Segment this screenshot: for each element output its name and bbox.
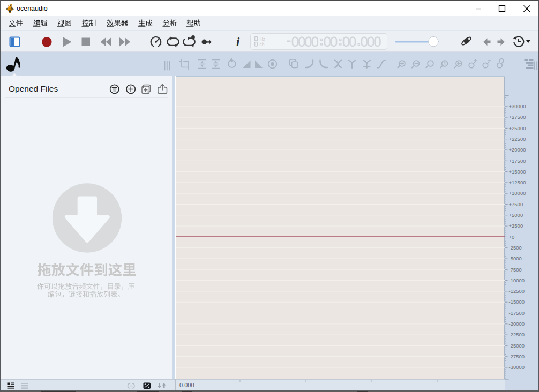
svg-text:+20000: +20000 (509, 147, 526, 153)
svg-text:Hz: Hz (260, 36, 265, 42)
svg-text:-22500: -22500 (509, 331, 525, 337)
svg-text:-2500: -2500 (509, 245, 522, 251)
svg-text:-17500: -17500 (509, 310, 525, 316)
svg-text:-10000: -10000 (509, 277, 525, 283)
svg-text:i: i (236, 35, 240, 49)
svg-text:+2500: +2500 (509, 223, 523, 229)
svg-text:-30000: -30000 (509, 364, 525, 370)
svg-text:ch: ch (260, 42, 265, 47)
svg-text:-15000: -15000 (509, 299, 525, 305)
svg-text:-12500: -12500 (509, 288, 525, 294)
svg-text:+7500: +7500 (509, 201, 523, 207)
svg-text:0.000: 0.000 (179, 382, 194, 388)
svg-text:+12500: +12500 (509, 179, 526, 185)
svg-text:+15000: +15000 (509, 169, 526, 175)
svg-text:+30000: +30000 (509, 103, 526, 109)
svg-text:-7500: -7500 (509, 267, 522, 273)
svg-text:+27500: +27500 (509, 114, 526, 120)
svg-text:-27500: -27500 (509, 353, 525, 359)
svg-text:+25000: +25000 (509, 125, 526, 131)
svg-text:-5000: -5000 (509, 255, 522, 261)
svg-text:+17500: +17500 (509, 158, 526, 164)
svg-text:+0: +0 (509, 234, 515, 240)
svg-text:+10000: +10000 (509, 190, 526, 196)
svg-text:-20000: -20000 (509, 321, 525, 327)
svg-text:-25000: -25000 (509, 343, 525, 349)
svg-text:+22500: +22500 (509, 136, 526, 142)
svg-text:+5000: +5000 (509, 212, 523, 218)
